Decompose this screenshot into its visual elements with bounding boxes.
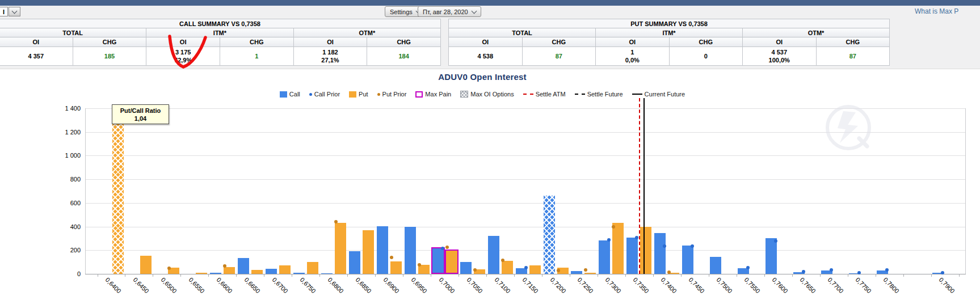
call-itm-chg-header: CHG — [220, 37, 293, 47]
put-prior-dot-0,7200[interactable] — [557, 269, 560, 272]
put-prior-dot-0,6800[interactable] — [334, 220, 338, 223]
max-pain-call-outline — [431, 247, 445, 274]
call-prior-dot-0,7550[interactable] — [746, 266, 750, 269]
settings-button-label: Settings — [390, 9, 413, 15]
put-prior-dot-0,7000[interactable] — [445, 246, 449, 249]
x-axis-label-0,6500: 0,6500 — [159, 276, 178, 294]
call-prior-dot-0,7650[interactable] — [802, 270, 805, 273]
put-otm-oi-pct: 100,0% — [743, 56, 816, 64]
call-summary-table: CALL SUMMARY VS 0,7358 TOTAL ITM* OTM* O… — [0, 19, 441, 66]
put-bar-0,7300[interactable] — [612, 223, 624, 274]
x-axis-tick — [125, 274, 125, 277]
x-axis-tick — [153, 274, 153, 277]
put-bar-0,6700[interactable] — [279, 265, 291, 274]
call-itm-oi: 3 175 72,9% — [146, 47, 220, 66]
y-axis-label: 1 400 — [33, 105, 81, 112]
call-bar-0,6600[interactable] — [210, 273, 221, 274]
y-axis-label: 400 — [33, 223, 81, 230]
x-axis-tick — [375, 274, 376, 277]
call-prior-dot-0,7800[interactable] — [885, 268, 889, 272]
x-axis-label-0,7350: 0,7350 — [632, 276, 650, 294]
put-bar-0,6550[interactable] — [196, 273, 207, 274]
x-axis-tick — [709, 274, 709, 277]
call-prior-dot-0,7400[interactable] — [663, 244, 666, 248]
put-prior-dot-0,6900[interactable] — [390, 256, 393, 259]
put-summary-table: PUT SUMMARY VS 0,7358 TOTAL ITM* OTM* OI… — [448, 19, 890, 66]
call-bar-0,6900[interactable] — [377, 226, 388, 274]
put-group-otm: OTM* — [743, 28, 890, 37]
put-prior-dot-0,7250[interactable] — [584, 268, 587, 272]
settle-atm-line — [639, 98, 640, 274]
what-is-max-pain-link[interactable]: What is Max P — [915, 7, 980, 15]
x-axis-tick — [403, 274, 403, 277]
x-axis-label-0,7750: 0,7750 — [855, 276, 873, 294]
call-bar-0,7200[interactable] — [544, 196, 555, 274]
put-prior-dot-0,7100[interactable] — [501, 259, 504, 262]
call-bar-0,6850[interactable] — [349, 251, 360, 274]
call-bar-0,7300[interactable] — [599, 240, 610, 274]
call-bar-0,7050[interactable] — [460, 262, 472, 274]
call-bar-0,6750[interactable] — [293, 273, 305, 274]
call-bar-0,7600[interactable] — [766, 238, 777, 274]
x-axis-label-0,7700: 0,7700 — [827, 276, 845, 294]
call-bar-0,6950[interactable] — [405, 227, 416, 274]
x-axis-label-0,6700: 0,6700 — [271, 276, 289, 294]
page-header: I Settings Пт, авг 28, 2020 What is Max … — [0, 6, 980, 18]
max-pain-put-outline — [445, 250, 459, 274]
gridline — [85, 227, 966, 227]
x-axis-tick — [431, 274, 431, 277]
put-prior-dot-0,6500[interactable] — [167, 267, 171, 270]
put-prior-dot-0,7050[interactable] — [473, 268, 477, 272]
call-otm-chg-header: CHG — [367, 37, 441, 47]
call-group-itm: ITM* — [146, 28, 293, 37]
gridline — [85, 155, 966, 156]
x-axis-label-0,7150: 0,7150 — [521, 276, 539, 294]
date-dropdown-button[interactable]: Пт, авг 28, 2020 — [418, 6, 481, 17]
put-bar-0,7100[interactable] — [502, 261, 513, 274]
x-axis-label-0,7200: 0,7200 — [549, 276, 567, 294]
x-axis-tick — [931, 274, 932, 277]
call-prior-dot-0,7300[interactable] — [607, 238, 611, 242]
x-axis-tick — [98, 274, 98, 277]
call-bar-0,7350[interactable] — [626, 238, 638, 274]
watermark-logo — [824, 103, 873, 152]
put-bar-0,7350[interactable] — [640, 227, 651, 274]
call-prior-dot-0,7900[interactable] — [941, 271, 944, 274]
symbol-dropdown-button[interactable] — [9, 7, 20, 16]
symbol-combo-value[interactable]: I — [0, 7, 8, 16]
put-bar-0,6750[interactable] — [307, 262, 318, 274]
call-bar-0,6650[interactable] — [238, 258, 249, 274]
call-bar-0,7500[interactable] — [710, 257, 721, 274]
put-bar-0,6400[interactable] — [112, 120, 124, 274]
call-prior-dot-0,7600[interactable] — [774, 239, 777, 243]
put-bar-0,6600[interactable] — [224, 267, 235, 274]
call-prior-dot-0,7450[interactable] — [691, 244, 694, 248]
call-prior-dot-0,7150[interactable] — [524, 266, 528, 269]
put-bar-0,7150[interactable] — [529, 265, 541, 274]
call-bar-0,7250[interactable] — [571, 271, 582, 274]
put-itm-oi: 1 0,0% — [596, 47, 670, 66]
x-axis-tick — [653, 274, 654, 277]
call-bar-0,6700[interactable] — [266, 269, 277, 274]
call-prior-dot-0,7000[interactable] — [441, 247, 444, 250]
put-bar-0,6800[interactable] — [335, 223, 346, 274]
y-axis-label: 1 200 — [33, 129, 81, 136]
put-bar-0,7250[interactable] — [584, 273, 596, 274]
x-axis-tick — [542, 274, 542, 277]
call-prior-dot-0,7350[interactable] — [635, 236, 638, 239]
current-future-line — [643, 98, 645, 274]
put-bar-0,6900[interactable] — [390, 261, 402, 274]
put-bar-0,6450[interactable] — [140, 256, 152, 274]
put-bar-0,6650[interactable] — [251, 270, 263, 274]
call-bar-0,6800[interactable] — [321, 273, 333, 274]
call-prior-dot-0,7700[interactable] — [830, 268, 833, 272]
call-bar-0,7100[interactable] — [488, 236, 499, 274]
y-axis-label: 800 — [33, 176, 81, 183]
x-axis-tick — [681, 274, 682, 277]
call-bar-0,7400[interactable] — [654, 233, 666, 274]
date-dropdown-label: Пт, авг 28, 2020 — [423, 9, 468, 15]
call-bar-0,7450[interactable] — [682, 246, 693, 274]
put-total-chg: 87 — [522, 47, 596, 66]
put-bar-0,6850[interactable] — [363, 230, 374, 274]
symbol-combo[interactable]: I — [0, 7, 20, 16]
